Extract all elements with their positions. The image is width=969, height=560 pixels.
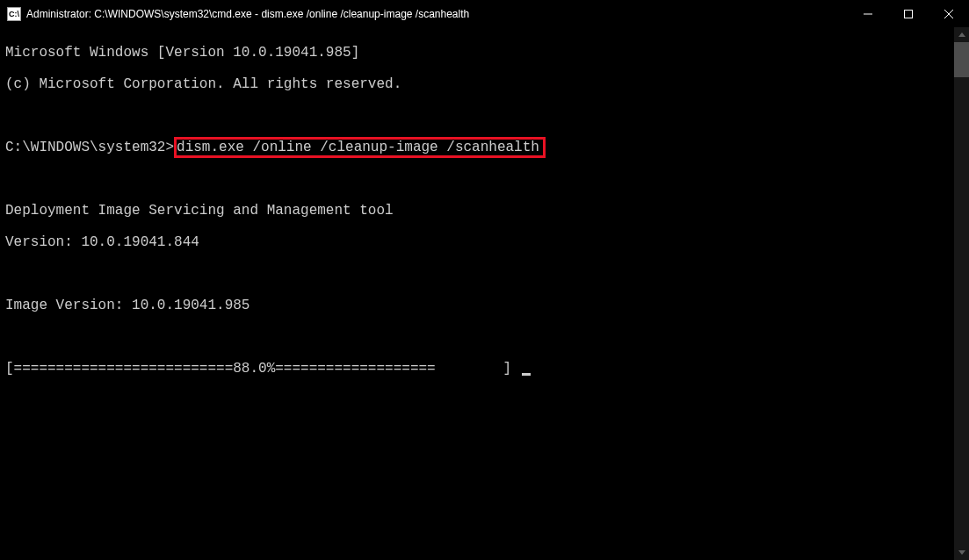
console-line: Image Version: 10.0.19041.985 [5,298,964,313]
titlebar[interactable]: C:\ Administrator: C:\WINDOWS\system32\c… [0,0,969,27]
scrollbar-track[interactable] [954,42,969,545]
minimize-button[interactable] [848,0,888,27]
close-button[interactable] [929,0,969,27]
prompt-path: C:\WINDOWS\system32> [5,140,174,155]
cmd-icon: C:\ [7,7,21,21]
console-blank [5,108,964,124]
console-line: Version: 10.0.19041.844 [5,234,964,250]
vertical-scrollbar[interactable] [954,27,969,560]
window-title: Administrator: C:\WINDOWS\system32\cmd.e… [26,8,848,20]
cursor [522,373,531,376]
window-control-buttons [848,0,969,27]
svg-rect-1 [905,10,913,18]
console-blank [5,171,964,187]
console-blank [5,329,964,345]
maximize-button[interactable] [888,0,929,27]
progress-bar-text: [==========================88.0%========… [5,361,520,377]
console-prompt-line: C:\WINDOWS\system32>dism.exe /online /cl… [5,140,964,155]
console-blank [5,266,964,282]
console-line: Deployment Image Servicing and Managemen… [5,203,964,219]
scrollbar-up-arrow-icon[interactable] [954,27,969,42]
console-line: Microsoft Windows [Version 10.0.19041.98… [5,45,964,61]
highlighted-command: dism.exe /online /cleanup-image /scanhea… [174,137,546,158]
progress-line: [==========================88.0%========… [5,361,964,377]
console-output[interactable]: Microsoft Windows [Version 10.0.19041.98… [0,27,969,560]
scrollbar-thumb[interactable] [954,42,969,77]
scrollbar-down-arrow-icon[interactable] [954,545,969,560]
console-line: (c) Microsoft Corporation. All rights re… [5,76,964,92]
cmd-window: C:\ Administrator: C:\WINDOWS\system32\c… [0,0,969,560]
